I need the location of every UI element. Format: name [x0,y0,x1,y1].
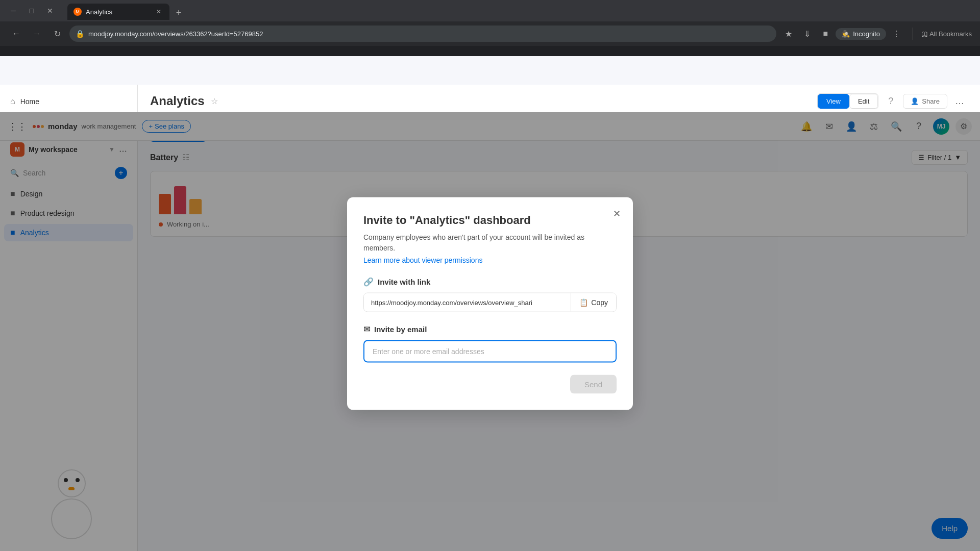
email-input[interactable] [363,340,617,363]
browser-tab[interactable]: M Analytics ✕ [67,4,169,20]
invite-by-email-label: Invite by email [374,325,427,334]
incognito-icon: 🕵 [842,30,850,38]
copy-button[interactable]: 📋 Copy [571,293,616,312]
favorite-icon[interactable]: ☆ [211,96,218,106]
modal-close-button[interactable]: ✕ [608,206,625,222]
minimize-button[interactable]: ─ [6,4,20,18]
link-row: 📋 Copy [363,293,617,312]
forward-button[interactable]: → [29,26,45,42]
page-help-icon[interactable]: ? [883,93,899,109]
url-text: moodjoy.monday.com/overviews/263362?user… [88,30,263,38]
edit-button[interactable]: Edit [849,94,878,109]
sidebar-item-home[interactable]: ⌂ Home [4,93,133,110]
close-button[interactable]: ✕ [43,4,57,18]
learn-more-link[interactable]: Learn more about viewer permissions [363,256,482,264]
refresh-button[interactable]: ↻ [49,26,65,42]
incognito-badge[interactable]: 🕵 Incognito [836,28,886,40]
page-title: Analytics [150,94,205,108]
bookmark-icon[interactable]: ★ [780,26,797,42]
tab-close-button[interactable]: ✕ [154,7,163,16]
invite-with-link-label: Invite with link [378,278,430,286]
chrome-menu-button[interactable]: ⋮ [888,26,904,42]
tab-favicon: M [74,8,82,16]
tab-title: Analytics [86,8,112,16]
new-tab-button[interactable]: + [172,6,186,20]
email-icon: ✉ [363,324,370,334]
address-bar[interactable]: 🔒 moodjoy.monday.com/overviews/263362?us… [69,26,776,42]
back-button[interactable]: ← [8,26,24,42]
people-share-icon: 👤 [911,97,919,105]
link-icon: 🔗 [363,277,374,287]
extensions-icon[interactable]: ■ [817,26,834,42]
modal-description: Company employees who aren't part of you… [363,232,617,254]
modal-title: Invite to "Analytics" dashboard [363,214,617,227]
invite-modal: ✕ Invite to "Analytics" dashboard Compan… [347,197,633,410]
invite-with-link-section: 🔗 Invite with link [363,277,617,287]
download-icon[interactable]: ⇓ [799,26,815,42]
share-button[interactable]: 👤 Share [903,94,947,109]
view-button[interactable]: View [818,94,849,109]
lock-icon: 🔒 [76,30,84,38]
modal-footer: Send [363,375,617,394]
all-bookmarks[interactable]: 🕮 All Bookmarks [921,30,972,38]
copy-icon: 📋 [579,298,588,307]
home-icon: ⌂ [10,97,15,106]
send-button[interactable]: Send [570,375,617,394]
link-input[interactable] [364,293,571,311]
incognito-label: Incognito [853,30,880,38]
maximize-button[interactable]: □ [24,4,39,18]
window-controls: ─ □ ✕ [6,4,57,18]
invite-by-email-section: ✉ Invite by email [363,324,617,334]
more-options-icon[interactable]: … [951,93,968,109]
